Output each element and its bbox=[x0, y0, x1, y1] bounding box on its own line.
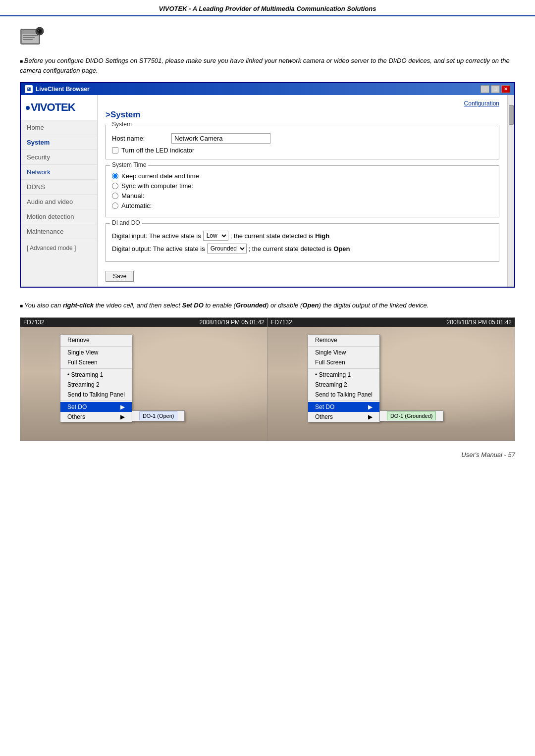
main-config-content: Configuration >System System Host name: … bbox=[98, 95, 507, 287]
room-background-left bbox=[20, 327, 268, 441]
ctx-single-view-right[interactable]: Single View bbox=[308, 348, 379, 357]
ctx-full-screen-right[interactable]: Full Screen bbox=[308, 357, 379, 367]
ctx-divider1-left bbox=[60, 346, 132, 347]
ctx-do1-open[interactable]: DO-1 (Open) bbox=[132, 411, 185, 421]
sidebar-item-ddns[interactable]: DDNS bbox=[21, 180, 97, 195]
led-checkbox[interactable] bbox=[112, 147, 118, 153]
context-menu-right[interactable]: Remove Single View Full Screen Streaming… bbox=[308, 335, 380, 422]
cam-timestamp-left: 2008/10/19 PM 05:01:42 bbox=[200, 319, 265, 326]
context-menu-left[interactable]: Remove Single View Full Screen Streaming… bbox=[60, 335, 132, 422]
ctx-remove-right[interactable]: Remove bbox=[308, 335, 379, 345]
ctx-talking-left[interactable]: Send to Talking Panel bbox=[60, 390, 132, 400]
svg-rect-5 bbox=[23, 39, 33, 40]
scroll-thumb[interactable] bbox=[509, 105, 514, 125]
di-select[interactable]: Low High bbox=[203, 231, 228, 241]
ctx-sub-menu-right[interactable]: DO-1 (Grounded) bbox=[379, 410, 444, 421]
footer-text: User's Manual - 57 bbox=[461, 451, 515, 458]
system-section: System Host name: Turn off the LED indic… bbox=[106, 125, 499, 159]
radio-sync-input[interactable] bbox=[112, 183, 118, 189]
minimize-button[interactable]: _ bbox=[481, 85, 489, 93]
vivotek-brand-logo: VIVOTEK bbox=[26, 101, 75, 114]
ctx-do1-grounded[interactable]: DO-1 (Grounded) bbox=[380, 411, 443, 421]
configuration-link[interactable]: Configuration bbox=[106, 100, 499, 107]
titlebar-icon: 🖥 bbox=[25, 85, 33, 93]
camera-panel-right: FD7132 2008/10/19 PM 05:01:42 Remove Sin… bbox=[268, 318, 515, 441]
maximize-button[interactable]: □ bbox=[491, 85, 500, 93]
sidebar-item-system[interactable]: System bbox=[21, 135, 97, 150]
hostname-input[interactable] bbox=[171, 133, 270, 144]
note-text-2: You also can right-click the video cell,… bbox=[0, 296, 535, 317]
cam-timestamp-right: 2008/10/19 PM 05:01:42 bbox=[447, 319, 512, 326]
sidebar-item-audio[interactable]: Audio and video bbox=[21, 195, 97, 209]
ctx-remove-left[interactable]: Remove bbox=[60, 335, 132, 345]
radio-manual-label: Manual: bbox=[121, 192, 144, 200]
ctx-others-right[interactable]: Others ▶ bbox=[308, 412, 379, 422]
radio-manual-input[interactable] bbox=[112, 193, 118, 199]
sidebar-item-network[interactable]: Network bbox=[21, 165, 97, 180]
radio-sync: Sync with computer time: bbox=[112, 182, 493, 190]
submenu-tag-right: DO-1 (Grounded) bbox=[387, 411, 436, 420]
sidebar-item-advanced[interactable]: [ Advanced mode ] bbox=[21, 241, 97, 255]
browser-scrollbar[interactable] bbox=[507, 95, 514, 287]
radio-auto-label: Automatic: bbox=[121, 202, 152, 209]
page-footer: User's Manual - 57 bbox=[0, 441, 535, 463]
cam-header-left: FD7132 2008/10/19 PM 05:01:42 bbox=[20, 318, 268, 327]
ctx-divider2-right bbox=[308, 368, 379, 369]
ctx-streaming1-left[interactable]: Streaming 1 bbox=[60, 370, 132, 380]
browser-titlebar: 🖥 LiveClient Browser _ □ ✕ bbox=[21, 83, 514, 95]
radio-auto-input[interactable] bbox=[112, 202, 118, 209]
cam-header-right: FD7132 2008/10/19 PM 05:01:42 bbox=[268, 318, 515, 327]
hostname-row: Host name: bbox=[112, 133, 493, 144]
ctx-divider1-right bbox=[308, 346, 379, 347]
browser-title: LiveClient Browser bbox=[36, 86, 90, 93]
save-button[interactable]: Save bbox=[106, 271, 134, 282]
ctx-full-screen-left[interactable]: Full Screen bbox=[60, 357, 132, 367]
ctx-divider2-left bbox=[60, 368, 132, 369]
titlebar-left: 🖥 LiveClient Browser bbox=[25, 85, 90, 93]
close-button[interactable]: ✕ bbox=[501, 85, 510, 93]
ctx-sub-menu-left[interactable]: DO-1 (Open) bbox=[132, 410, 185, 421]
ctx-others-left[interactable]: Others ▶ bbox=[60, 412, 132, 422]
do-label: Digital output: The active state is bbox=[112, 245, 205, 252]
window-controls[interactable]: _ □ ✕ bbox=[481, 85, 510, 93]
svg-rect-3 bbox=[23, 35, 38, 36]
radio-keep: Keep current date and time bbox=[112, 172, 493, 180]
ctx-single-view-left[interactable]: Single View bbox=[60, 348, 132, 357]
radio-sync-label: Sync with computer time: bbox=[121, 182, 193, 190]
page-heading: >System bbox=[106, 110, 499, 120]
di-state-text: ; the current state detected is bbox=[230, 232, 314, 240]
led-row: Turn off the LED indicator bbox=[112, 147, 493, 154]
cam-device-right: FD7132 bbox=[271, 319, 292, 326]
di-do-legend: DI and DO bbox=[110, 219, 142, 226]
sidebar-menu: Home System Security Network DDNS Audio … bbox=[21, 120, 97, 255]
do-select[interactable]: Grounded Open bbox=[207, 244, 247, 253]
ctx-set-do-left[interactable]: Set DO ▶ DO-1 (Open) bbox=[60, 402, 132, 412]
submenu-tag-left: DO-1 (Open) bbox=[139, 411, 178, 420]
sidebar-item-maintenance[interactable]: Maintenance bbox=[21, 224, 97, 239]
radio-keep-label: Keep current date and time bbox=[121, 172, 199, 180]
ctx-streaming1-right[interactable]: Streaming 1 bbox=[308, 370, 379, 380]
warning-text-1: Before you configure DI/DO Settings on S… bbox=[0, 56, 535, 82]
do-state-value: Open bbox=[333, 245, 350, 252]
sidebar-item-motion[interactable]: Motion detection bbox=[21, 209, 97, 224]
radio-keep-input[interactable] bbox=[112, 173, 118, 179]
ctx-streaming2-left[interactable]: Streaming 2 bbox=[60, 380, 132, 390]
led-label: Turn off the LED indicator bbox=[121, 147, 194, 154]
vivotek-logo-area: VIVOTEK bbox=[21, 95, 97, 120]
ctx-set-do-label-right: Set DO ▶ bbox=[315, 403, 373, 410]
ctx-divider3-left bbox=[60, 401, 132, 401]
sidebar-item-security[interactable]: Security bbox=[21, 150, 97, 165]
ctx-streaming2-right[interactable]: Streaming 2 bbox=[308, 380, 379, 390]
svg-point-9 bbox=[38, 30, 39, 31]
cam-device-left: FD7132 bbox=[23, 319, 45, 326]
ctx-talking-right[interactable]: Send to Talking Panel bbox=[308, 390, 379, 400]
system-time-section: System Time Keep current date and time S… bbox=[106, 165, 499, 217]
cam-body-left: Remove Single View Full Screen Streaming… bbox=[20, 327, 268, 441]
hostname-label: Host name: bbox=[112, 135, 171, 142]
camera-area: FD7132 2008/10/19 PM 05:01:42 Remove Sin… bbox=[20, 317, 515, 441]
browser-content: VIVOTEK Home System Security Network DDN… bbox=[21, 95, 514, 287]
sidebar-item-home[interactable]: Home bbox=[21, 120, 97, 135]
do-row: Digital output: The active state is Grou… bbox=[112, 244, 493, 253]
radio-manual: Manual: bbox=[112, 192, 493, 200]
ctx-set-do-right[interactable]: Set DO ▶ DO-1 (Grounded) bbox=[308, 402, 379, 412]
